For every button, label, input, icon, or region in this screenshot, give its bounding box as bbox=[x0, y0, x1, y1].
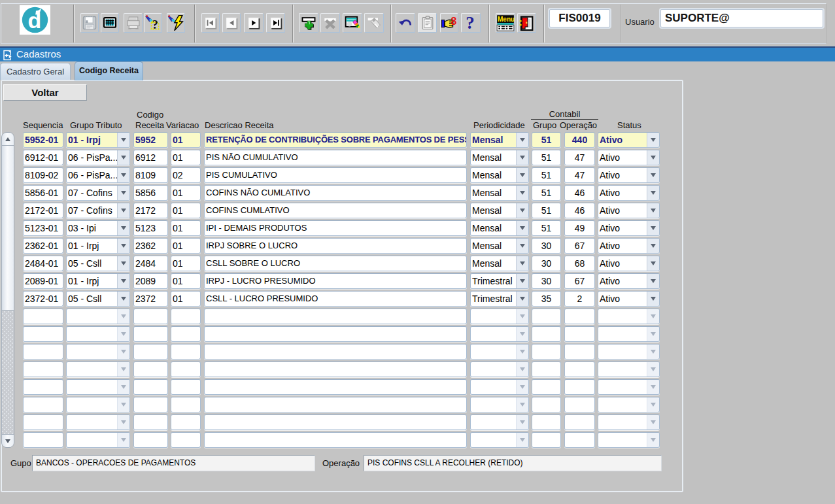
svg-text:8: 8 bbox=[451, 16, 456, 27]
svg-text:Menu: Menu bbox=[498, 16, 515, 23]
svg-text:?: ? bbox=[152, 18, 158, 31]
svg-text:?: ? bbox=[466, 14, 474, 32]
